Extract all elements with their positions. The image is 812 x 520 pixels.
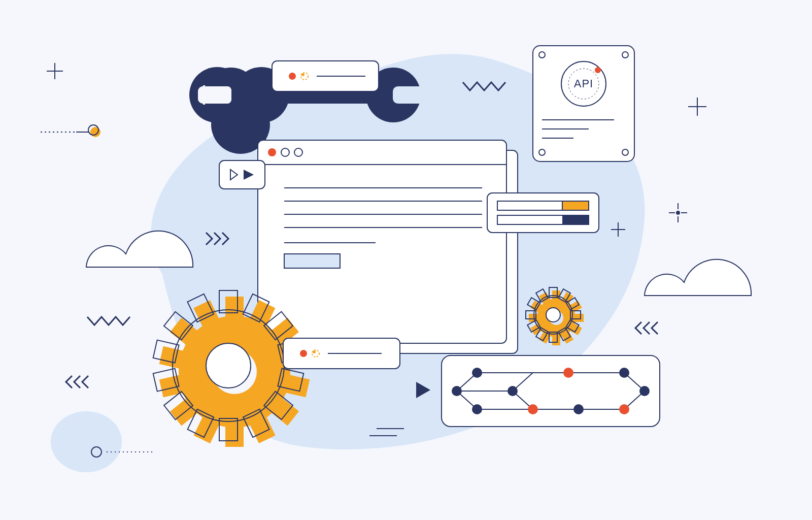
svg-point-124 bbox=[619, 404, 629, 414]
svg-point-117 bbox=[472, 368, 482, 378]
svg-rect-84 bbox=[552, 335, 560, 345]
plus-icon-1 bbox=[47, 63, 63, 79]
content-button-placeholder bbox=[284, 254, 340, 268]
svg-rect-37 bbox=[562, 201, 589, 210]
svg-point-136 bbox=[676, 211, 680, 214]
svg-rect-10 bbox=[200, 86, 231, 104]
svg-rect-34 bbox=[219, 160, 265, 189]
plus-icon-2 bbox=[688, 98, 706, 116]
chevrons-left-icon-1 bbox=[66, 376, 88, 388]
cloud-right-icon bbox=[645, 259, 751, 296]
api-card: API bbox=[533, 46, 634, 161]
svg-point-23 bbox=[595, 67, 601, 73]
browser-window bbox=[258, 140, 506, 343]
svg-rect-39 bbox=[562, 215, 589, 224]
pill-card-top bbox=[272, 61, 379, 91]
zigzag-icon-2 bbox=[87, 317, 130, 325]
svg-point-139 bbox=[90, 127, 100, 137]
svg-rect-35 bbox=[487, 193, 599, 233]
svg-rect-16 bbox=[533, 46, 634, 161]
svg-rect-8 bbox=[393, 86, 426, 104]
window-dot-red bbox=[268, 148, 276, 156]
chevrons-left-icon-2 bbox=[635, 322, 658, 334]
cloud-left-icon bbox=[86, 231, 193, 267]
svg-rect-51 bbox=[159, 375, 185, 398]
dotted-slider-icon bbox=[41, 125, 100, 137]
svg-point-14 bbox=[301, 73, 304, 76]
svg-point-121 bbox=[563, 368, 573, 378]
nav-arrows-panel bbox=[219, 160, 265, 189]
svg-point-118 bbox=[472, 404, 482, 414]
progress-bar-1 bbox=[497, 201, 589, 210]
svg-point-104 bbox=[546, 308, 560, 322]
svg-point-75 bbox=[313, 350, 316, 353]
svg-point-73 bbox=[300, 350, 307, 357]
svg-point-0 bbox=[51, 411, 122, 472]
svg-point-123 bbox=[619, 368, 629, 378]
svg-point-12 bbox=[289, 73, 296, 80]
svg-point-71 bbox=[206, 343, 251, 388]
svg-point-120 bbox=[528, 404, 538, 414]
progress-bar-2 bbox=[497, 215, 589, 224]
graph-panel bbox=[442, 355, 660, 427]
pill-card-bottom bbox=[283, 338, 400, 369]
api-label: API bbox=[574, 77, 593, 90]
svg-rect-48 bbox=[225, 425, 244, 447]
svg-point-116 bbox=[452, 386, 462, 396]
svg-point-122 bbox=[573, 404, 584, 414]
svg-rect-41 bbox=[225, 297, 244, 319]
svg-rect-27 bbox=[258, 140, 506, 343]
svg-rect-81 bbox=[573, 314, 584, 322]
svg-point-125 bbox=[639, 386, 650, 396]
progress-panel bbox=[487, 193, 599, 233]
svg-point-119 bbox=[507, 386, 518, 396]
crosshair-icon bbox=[669, 203, 687, 222]
